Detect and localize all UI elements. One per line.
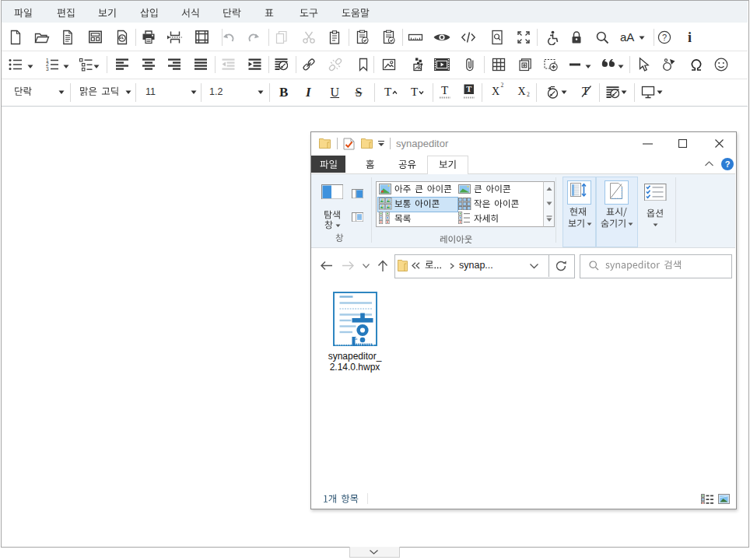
svg-text:?: ? [661,33,666,42]
svg-text:3: 3 [46,65,49,71]
svg-text:T: T [466,85,471,93]
svg-text:?: ? [725,159,731,169]
